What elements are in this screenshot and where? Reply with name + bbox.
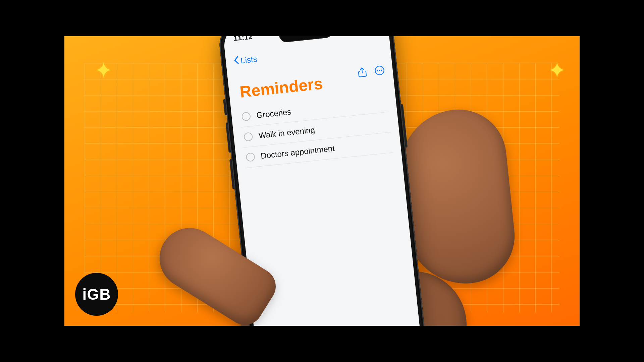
- igb-logo: iGB: [75, 273, 118, 316]
- back-label: Lists: [240, 54, 258, 65]
- more-button[interactable]: [374, 65, 385, 76]
- share-icon: [357, 67, 367, 78]
- reminders-list: Groceries Walk in evening Doctors appoin…: [239, 92, 393, 168]
- promo-canvas: ✦ ✦ 11:12: [64, 36, 580, 326]
- chevron-left-icon: [233, 56, 240, 67]
- reminder-label: Walk in evening: [258, 125, 316, 140]
- checkbox-empty-icon[interactable]: [246, 153, 255, 162]
- svg-point-10: [379, 70, 380, 71]
- svg-point-9: [377, 70, 378, 71]
- back-button[interactable]: Lists: [233, 54, 258, 66]
- dynamic-island: [278, 36, 333, 43]
- ellipsis-circle-icon: [374, 65, 385, 76]
- statusbar-time: 11:12: [233, 36, 253, 43]
- svg-point-11: [381, 70, 382, 71]
- share-button[interactable]: [357, 67, 367, 78]
- logo-text: iGB: [83, 285, 111, 303]
- sparkle-icon: ✦: [95, 60, 113, 81]
- sparkle-icon: ✦: [548, 60, 566, 81]
- page-title: Reminders: [239, 74, 323, 102]
- checkbox-empty-icon[interactable]: [241, 112, 251, 121]
- checkbox-empty-icon[interactable]: [244, 132, 253, 142]
- navigation-bar: Lists: [225, 40, 390, 67]
- reminder-label: Doctors appointment: [260, 144, 335, 161]
- reminder-label: Groceries: [256, 107, 291, 120]
